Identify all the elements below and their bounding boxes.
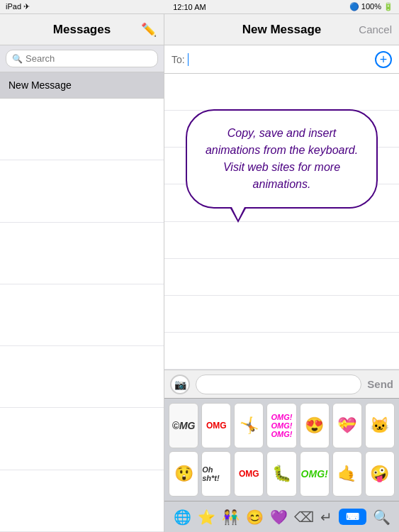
status-bar: iPad ✈ 12:10 AM 🔵 100% 🔋 — [0, 0, 399, 14]
msg-line — [164, 259, 399, 296]
bottom-bar: 📷 Send — [164, 370, 399, 398]
bubble-text: Copy, save and insert animations from th… — [205, 125, 359, 193]
right-panel: New Message Cancel To: + Copy, save and … — [164, 14, 399, 532]
compose-button[interactable]: ✏️ — [141, 22, 157, 38]
left-lines-area — [0, 99, 164, 532]
globe-icon: 🌐 — [174, 509, 191, 526]
emoji-content: OMG — [206, 421, 227, 431]
messages-title: Messages — [53, 23, 111, 37]
line-row — [0, 223, 164, 284]
cancel-button[interactable]: Cancel — [359, 23, 392, 35]
new-message-title: New Message — [242, 23, 322, 37]
msg-line — [164, 296, 399, 333]
emoji-content: OMG! OMG! OMG! — [271, 413, 293, 438]
line-row — [0, 470, 164, 532]
emoji-cell[interactable]: Oh sh*t! — [201, 451, 231, 497]
new-message-item[interactable]: New Message — [0, 72, 164, 99]
emoji-cell[interactable]: OMG! OMG! OMG! — [266, 403, 296, 448]
delete-button[interactable]: ⌫ — [294, 509, 314, 526]
to-label: To: — [172, 54, 185, 65]
main-area: Messages ✏️ 🔍 New Message New Message Ca… — [0, 14, 399, 532]
emoji-content: 💝 — [337, 418, 356, 433]
emoji-cell[interactable]: OMG — [234, 451, 264, 497]
line-row — [0, 284, 164, 346]
emoji-keyboard: ©MG OMG 🤸 OMG! OMG! OMG! 😍 💝 — [164, 398, 399, 532]
people-button[interactable]: 👫 — [222, 509, 240, 526]
emoji-content: 🐱 — [370, 418, 389, 433]
status-time: 12:10 AM — [173, 3, 206, 11]
globe-button[interactable]: 🌐 — [174, 509, 191, 526]
emoji-cell[interactable]: OMG — [201, 403, 231, 448]
star-button[interactable]: ⭐ — [198, 509, 215, 526]
cursor — [188, 53, 189, 66]
emoji-cell[interactable]: 🤙 — [332, 451, 362, 497]
status-right: 🔵 100% 🔋 — [349, 2, 393, 11]
emoji-content: OMG! — [301, 468, 328, 480]
message-area: Copy, save and insert animations from th… — [164, 74, 399, 370]
search-icon: 🔍 — [12, 54, 23, 64]
emoji-cell[interactable]: OMG! — [300, 451, 330, 497]
return-icon: ↵ — [320, 509, 332, 526]
heart-icon: 💜 — [270, 509, 288, 526]
device-label: iPad ✈ — [6, 2, 30, 11]
keyboard-toolbar: 🌐 ⭐ 👫 😊 💜 ⌫ ↵ — [164, 501, 399, 532]
smiley-icon: 😊 — [246, 509, 264, 526]
add-contact-button[interactable]: + — [375, 51, 392, 68]
line-row — [0, 408, 164, 470]
line-row — [0, 99, 164, 160]
speech-bubble: Copy, save and insert animations from th… — [186, 109, 378, 209]
emoji-cell[interactable]: 🤸 — [234, 403, 264, 448]
smiley-button[interactable]: 😊 — [246, 509, 264, 526]
emoji-cell[interactable]: 🐛 — [266, 451, 296, 497]
emoji-cell[interactable]: 💝 — [332, 403, 362, 448]
emoji-grid: ©MG OMG 🤸 OMG! OMG! OMG! 😍 💝 — [164, 399, 399, 501]
keyboard-button[interactable]: ⌨ — [339, 509, 366, 525]
emoji-content: 😲 — [174, 466, 193, 482]
search-kb-button[interactable]: 🔍 — [373, 509, 390, 526]
message-input[interactable] — [196, 375, 361, 394]
left-header: Messages ✏️ — [0, 14, 164, 45]
emoji-content: 🤙 — [337, 466, 356, 482]
emoji-content: 🤪 — [370, 466, 389, 482]
camera-button[interactable]: 📷 — [170, 375, 190, 394]
emoji-content: 😍 — [305, 418, 324, 433]
return-button[interactable]: ↵ — [320, 509, 332, 526]
search-input-wrap: 🔍 — [6, 50, 158, 67]
emoji-cell[interactable]: 😲 — [169, 451, 198, 497]
msg-line — [164, 333, 399, 370]
camera-icon: 📷 — [174, 379, 186, 390]
emoji-content: 🤸 — [240, 418, 259, 433]
star-icon: ⭐ — [198, 509, 215, 526]
emoji-cell[interactable]: 🐱 — [365, 403, 395, 448]
compose-icon: ✏️ — [141, 23, 157, 37]
line-row — [0, 160, 164, 222]
emoji-content: ©MG — [172, 420, 196, 431]
line-row — [0, 346, 164, 408]
msg-line — [164, 74, 399, 111]
emoji-cell[interactable]: ©MG — [169, 403, 198, 448]
people-icon: 👫 — [222, 509, 240, 526]
search-kb-icon: 🔍 — [373, 509, 390, 526]
emoji-content: 🐛 — [272, 466, 291, 482]
to-bar: To: + — [164, 45, 399, 74]
emoji-cell[interactable]: 😍 — [300, 403, 330, 448]
delete-icon: ⌫ — [294, 509, 314, 526]
battery-status: 🔵 100% 🔋 — [349, 2, 393, 11]
search-bar: 🔍 — [0, 45, 164, 72]
send-button[interactable]: Send — [367, 378, 393, 390]
status-left: iPad ✈ — [6, 2, 30, 11]
msg-line — [164, 222, 399, 259]
keyboard-icon: ⌨ — [346, 511, 359, 522]
emoji-cell[interactable]: 🤪 — [365, 451, 395, 497]
search-input[interactable] — [26, 53, 152, 64]
left-panel: Messages ✏️ 🔍 New Message — [0, 14, 164, 532]
heart-button[interactable]: 💜 — [270, 509, 288, 526]
emoji-content: Oh sh*t! — [202, 465, 230, 482]
right-header: New Message Cancel — [164, 14, 399, 45]
emoji-content: OMG — [239, 469, 259, 479]
